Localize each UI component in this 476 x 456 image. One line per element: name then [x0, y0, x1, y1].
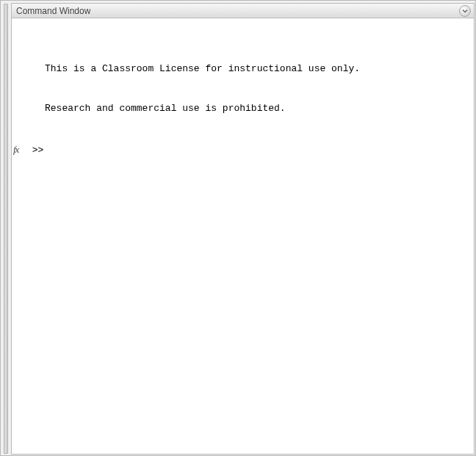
chevron-down-icon [462, 8, 468, 14]
command-input[interactable] [49, 145, 474, 156]
panel-minimize-button[interactable] [459, 5, 471, 17]
license-message-line: Research and commercial use is prohibite… [12, 102, 474, 115]
command-window-title: Command Window [16, 6, 90, 16]
command-window-frame: Command Window This is a Classroom Licen… [0, 0, 476, 456]
command-prompt: >> [26, 144, 49, 157]
license-message-line: This is a Classroom License for instruct… [12, 62, 474, 76]
command-prompt-row: fx >> [12, 143, 474, 157]
command-window-body: This is a Classroom License for instruct… [12, 18, 474, 184]
command-window-titlebar[interactable]: Command Window [12, 4, 474, 18]
command-window-panel: Command Window This is a Classroom Licen… [11, 3, 475, 455]
fx-icon: fx [13, 144, 18, 155]
command-window-content[interactable]: This is a Classroom License for instruct… [12, 18, 474, 454]
vertical-split-handle[interactable] [4, 4, 8, 454]
function-browser-button[interactable]: fx [13, 143, 26, 156]
